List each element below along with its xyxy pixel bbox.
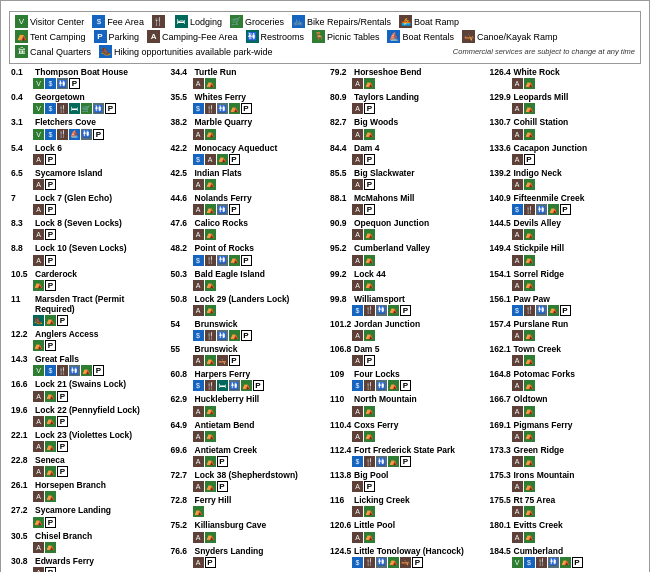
entry-icon-r: 🚻	[376, 456, 387, 467]
entry-header: 149.4Stickpile Hill	[490, 243, 640, 253]
entry-icon-t: ⛺	[524, 481, 535, 492]
entry-header: 50.8Lock 29 (Landers Lock)	[171, 294, 321, 304]
entry-icon-t: ⛺	[524, 406, 535, 417]
entry-name: Stickpile Hill	[514, 243, 565, 253]
entry-icons-row: A⛺P	[33, 466, 161, 477]
entry-icons-row: $🍴🚻⛺P	[193, 255, 321, 266]
entry-header: 130.7Cohill Station	[490, 117, 640, 127]
entry-header: 42.2Monocacy Aqueduct	[171, 143, 321, 153]
legend-restrooms-label: Restrooms	[261, 32, 305, 42]
entry-name: Jordan Junction	[354, 319, 420, 329]
column-1: 0.1Thompson Boat HouseV$🚻P0.4GeorgetownV…	[9, 67, 163, 572]
milepost-number: 79.2	[330, 67, 352, 77]
entry-icon-a: A	[352, 406, 363, 417]
entry-icon-r: 🚻	[217, 204, 228, 215]
list-item: 80.9Taylors LandingAP	[330, 92, 480, 114]
entry-icon-p: P	[45, 340, 56, 351]
list-item: 62.9Huckleberry HillA⛺	[171, 394, 321, 416]
milepost-number: 156.1	[490, 294, 512, 304]
entry-name: Indigo Neck	[514, 168, 562, 178]
entry-name: Nolands Ferry	[195, 193, 252, 203]
boat-ramp-icon: 🚣	[399, 15, 412, 28]
entry-icon-p: P	[572, 557, 583, 568]
entry-icons-row: A⛺	[193, 129, 321, 140]
column-3: 79.2Horseshoe BendA⛺80.9Taylors LandingA…	[328, 67, 482, 572]
milepost-number: 54	[171, 319, 193, 329]
entry-icons-row: AP	[352, 154, 480, 165]
entry-name: Antietam Bend	[195, 420, 255, 430]
entry-icon-t: ⛺	[45, 542, 56, 553]
entry-icon-t: ⛺	[524, 229, 535, 240]
legend-camping-fee: A Camping-Fee Area	[147, 30, 238, 43]
list-item: 50.8Lock 29 (Landers Lock)A⛺	[171, 294, 321, 316]
entry-icon-a: A	[352, 154, 363, 165]
entry-icon-a: A	[512, 78, 523, 89]
entry-name: Dam 5	[354, 344, 380, 354]
milepost-number: 5.4	[11, 143, 33, 153]
entry-icons-row: A⛺P	[193, 456, 321, 467]
milepost-number: 144.5	[490, 218, 512, 228]
list-item: 75.2Killiansburg CaveA⛺	[171, 520, 321, 542]
entry-header: 99.2Lock 44	[330, 269, 480, 279]
entry-icon-a: A	[352, 129, 363, 140]
entry-name: North Mountain	[354, 394, 417, 404]
list-item: 95.2Cumberland ValleyA⛺	[330, 243, 480, 265]
entry-icon-r: 🚻	[69, 365, 80, 376]
entry-icon-t: ⛺	[524, 255, 535, 266]
entry-name: Marsden Tract (Permit Required)	[35, 294, 161, 314]
milepost-number: 129.9	[490, 92, 512, 102]
entry-icon-p: P	[45, 179, 56, 190]
entry-icon-t: ⛺	[229, 255, 240, 266]
entry-icons-row: A⛺	[33, 491, 161, 502]
entry-icon-a: A	[33, 391, 44, 402]
entry-name: Pigmans Ferry	[514, 420, 573, 430]
list-item: 30.5Chisel BranchA⛺	[11, 531, 161, 553]
entry-icon-t: ⛺	[205, 305, 216, 316]
milepost-number: 110.4	[330, 420, 352, 430]
entry-name: Chisel Branch	[35, 531, 92, 541]
entry-icon-b: ⛵	[69, 129, 80, 140]
legend-parking: P Parking	[94, 30, 140, 43]
entry-icon-r: 🚻	[217, 330, 228, 341]
entry-icon-t: ⛺	[193, 506, 204, 517]
milepost-number: 22.1	[11, 430, 33, 440]
entry-icons-row: A⛺	[512, 532, 640, 543]
list-item: 6.5Sycamore IslandAP	[11, 168, 161, 190]
entry-icon-p: P	[45, 229, 56, 240]
entry-header: 30.5Chisel Branch	[11, 531, 161, 541]
entry-name: Seneca	[35, 455, 65, 465]
entry-icon-a: A	[193, 179, 204, 190]
entry-icon-t: ⛺	[364, 78, 375, 89]
entry-icon-r: 🚻	[536, 305, 547, 316]
entry-icon-a: A	[512, 355, 523, 366]
entry-header: 5.4Lock 6	[11, 143, 161, 153]
entry-header: 42.5Indian Flats	[171, 168, 321, 178]
entry-icon-t: ⛺	[364, 255, 375, 266]
milepost-number: 84.4	[330, 143, 352, 153]
entry-icons-row: A⛺	[512, 78, 640, 89]
entry-icons-row: A⛺🚻P	[193, 204, 321, 215]
entry-name: Ferry Hill	[195, 495, 232, 505]
entry-icons-row: A⛺	[512, 255, 640, 266]
legend-groceries-label: Groceries	[245, 17, 284, 27]
list-item: 8.8Lock 10 (Seven Locks)AP	[11, 243, 161, 265]
entry-icon-t: ⛺	[45, 416, 56, 427]
entry-icon-a: A	[512, 481, 523, 492]
entry-icon-p: P	[524, 154, 535, 165]
entry-name: Lock 22 (Pennyfield Lock)	[35, 405, 140, 415]
entry-header: 7Lock 7 (Glen Echo)	[11, 193, 161, 203]
entry-icon-t: ⛺	[45, 441, 56, 452]
entry-icon-f: 🍴	[364, 305, 375, 316]
legend-lodging-label: Lodging	[190, 17, 222, 27]
entry-name: Devils Alley	[514, 218, 561, 228]
entry-icon-p: P	[229, 154, 240, 165]
entry-name: Horsepen Branch	[35, 480, 106, 490]
milepost-number: 48.2	[171, 243, 193, 253]
milepost-number: 11	[11, 294, 33, 304]
list-item: 120.6Little PoolA⛺	[330, 520, 480, 542]
entry-header: 26.1Horsepen Branch	[11, 480, 161, 490]
entry-icon-t: ⛺	[33, 280, 44, 291]
legend-canoe: 🛶 Canoe/Kayak Ramp	[462, 30, 558, 43]
entry-name: Carderock	[35, 269, 77, 279]
list-item: 184.5CumberlandV$🍴🚻⛺P	[490, 546, 640, 568]
